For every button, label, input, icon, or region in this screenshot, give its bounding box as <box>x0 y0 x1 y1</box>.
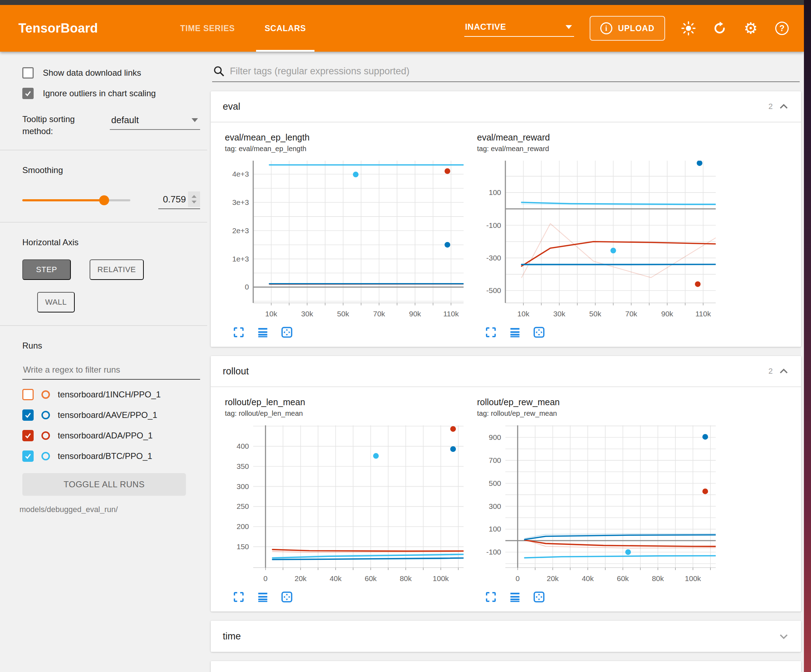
chart-plot[interactable]: 10k30k50k70k90k110k100-100-300-500 <box>477 156 721 323</box>
svg-text:40k: 40k <box>582 574 594 582</box>
help-icon[interactable]: ? <box>774 20 790 36</box>
fit-domain-icon[interactable] <box>532 325 546 339</box>
collapse-chevron-down-icon[interactable] <box>779 631 789 642</box>
run-row-aave[interactable]: tensorboard/AAVE/PPO_1 <box>22 410 200 421</box>
run-checkbox[interactable] <box>22 430 34 441</box>
collapse-chevron-up-icon[interactable] <box>779 101 789 112</box>
run-label: tensorboard/BTC/PPO_1 <box>58 451 152 461</box>
desktop-edge <box>804 0 811 672</box>
svg-text:10k: 10k <box>517 310 529 318</box>
smoothing-label: Smoothing <box>22 165 200 175</box>
svg-text:80k: 80k <box>652 574 664 582</box>
svg-text:4e+3: 4e+3 <box>232 170 249 178</box>
collapse-chevron-up-icon[interactable] <box>779 366 789 376</box>
runs-filter-input[interactable] <box>22 363 200 380</box>
tooltip-sorting-select[interactable]: default <box>110 113 200 130</box>
run-row-ada[interactable]: tensorboard/ADA/PPO_1 <box>22 430 200 441</box>
svg-text:100: 100 <box>489 188 501 196</box>
window-top-bar <box>0 0 811 5</box>
ignore-outliers-label: Ignore outliers in chart scaling <box>43 88 156 98</box>
section-card-rollout: rollout 2 rollout/ep_len_mean tag: rollo… <box>211 356 801 611</box>
brightness-icon[interactable] <box>681 20 696 36</box>
ignore-outliers-row[interactable]: Ignore outliers in chart scaling <box>22 88 200 99</box>
run-row-1inch[interactable]: tensorboard/1INCH/PPO_1 <box>22 389 200 400</box>
svg-text:0: 0 <box>245 283 249 291</box>
chevron-down-icon <box>192 118 198 122</box>
svg-text:0: 0 <box>516 574 520 582</box>
expand-chart-icon[interactable] <box>484 325 497 339</box>
section-header-eval[interactable]: eval 2 <box>211 91 801 122</box>
app-title: TensorBoard <box>19 21 98 36</box>
svg-text:300: 300 <box>237 482 249 491</box>
show-download-links-row[interactable]: Show data download links <box>22 67 200 79</box>
run-row-btc[interactable]: tensorboard/BTC/PPO_1 <box>22 450 200 462</box>
svg-text:90k: 90k <box>661 310 673 318</box>
upload-button[interactable]: i UPLOAD <box>590 16 665 41</box>
settings-sidebar: Show data download links Ignore outliers… <box>0 52 207 672</box>
svg-text:50k: 50k <box>337 310 349 318</box>
log-scale-icon[interactable] <box>256 590 270 604</box>
run-color-ring <box>41 390 50 399</box>
chart-plot[interactable]: 020k40k60k80k100k900700500300100-100 <box>477 420 721 588</box>
chart-title: eval/mean_reward <box>477 132 721 142</box>
section-count: 2 <box>769 102 773 111</box>
section-title: time <box>223 631 241 642</box>
section-header-time[interactable]: time <box>211 621 801 652</box>
ignore-outliers-checkbox[interactable] <box>22 88 34 99</box>
show-download-links-checkbox[interactable] <box>22 67 34 79</box>
svg-text:30k: 30k <box>553 310 565 318</box>
svg-text:50k: 50k <box>589 310 601 318</box>
axis-wall-button[interactable]: WALL <box>37 292 75 313</box>
run-checkbox[interactable] <box>22 410 34 421</box>
smoothing-slider[interactable] <box>22 199 130 201</box>
fit-domain-icon[interactable] <box>280 590 294 604</box>
log-scale-icon[interactable] <box>256 325 270 339</box>
chart-plot[interactable]: 020k40k60k80k100k150200250300350400 <box>225 420 469 588</box>
expand-chart-icon[interactable] <box>232 325 246 339</box>
chevron-down-icon <box>565 25 572 29</box>
chart-title: rollout/ep_rew_mean <box>477 397 721 407</box>
refresh-icon[interactable] <box>712 20 728 36</box>
tab-time-series[interactable]: TIME SERIES <box>165 5 250 52</box>
axis-step-button[interactable]: STEP <box>22 259 71 280</box>
run-checkbox[interactable] <box>22 389 34 400</box>
tab-label: SCALARS <box>265 24 306 33</box>
horizontal-axis-label: Horizontal Axis <box>22 237 200 247</box>
toggle-all-runs-button[interactable]: TOGGLE ALL RUNS <box>22 473 186 496</box>
axis-relative-button[interactable]: RELATIVE <box>90 259 144 280</box>
fit-domain-icon[interactable] <box>280 325 294 339</box>
smoothing-stepper[interactable] <box>188 191 200 207</box>
expand-chart-icon[interactable] <box>484 590 497 604</box>
run-checkbox[interactable] <box>22 450 34 462</box>
smoothing-value: 0.759 <box>158 194 186 205</box>
run-color-ring <box>41 432 50 440</box>
svg-text:400: 400 <box>237 442 249 450</box>
filter-tags-input[interactable] <box>230 66 799 77</box>
tab-bar: TIME SERIES SCALARS <box>165 5 321 52</box>
chart-tag: tag: rollout/ep_rew_mean <box>477 410 721 418</box>
chart-rollout-ep-rew-mean: rollout/ep_rew_mean tag: rollout/ep_rew_… <box>477 397 721 605</box>
chart-plot[interactable]: 10k30k50k70k90k110k01e+32e+33e+34e+3 <box>225 156 469 323</box>
svg-text:-300: -300 <box>486 254 501 262</box>
fit-domain-icon[interactable] <box>532 590 546 604</box>
divider <box>0 150 207 151</box>
chart-toolbar <box>484 325 721 339</box>
svg-text:-100: -100 <box>486 221 501 229</box>
show-download-links-label: Show data download links <box>43 68 141 78</box>
run-label: tensorboard/ADA/PPO_1 <box>58 431 153 440</box>
svg-text:60k: 60k <box>617 574 629 582</box>
section-header-rollout[interactable]: rollout 2 <box>211 356 801 387</box>
settings-gear-icon[interactable]: ⚙ <box>743 20 758 36</box>
svg-text:3e+3: 3e+3 <box>232 198 249 206</box>
upload-label: UPLOAD <box>618 24 655 33</box>
log-scale-icon[interactable] <box>508 590 522 604</box>
svg-text:20k: 20k <box>547 574 559 582</box>
sync-status-select[interactable]: INACTIVE <box>464 20 574 37</box>
expand-chart-icon[interactable] <box>232 590 246 604</box>
log-scale-icon[interactable] <box>508 325 522 339</box>
smoothing-value-box[interactable]: 0.759 <box>158 191 200 209</box>
tab-scalars[interactable]: SCALARS <box>250 5 321 52</box>
svg-text:-500: -500 <box>486 286 501 295</box>
svg-text:110k: 110k <box>696 310 711 318</box>
slider-thumb[interactable] <box>99 195 109 205</box>
